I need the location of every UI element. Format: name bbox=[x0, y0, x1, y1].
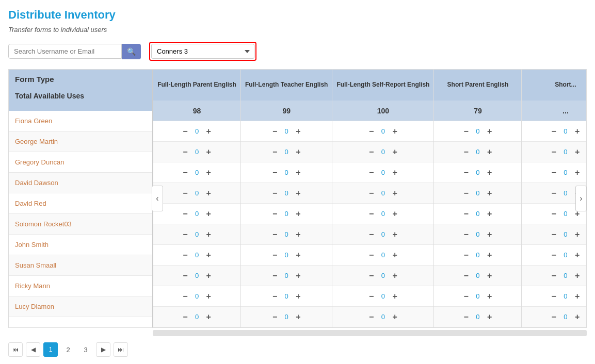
increment-button[interactable]: + bbox=[205, 127, 212, 136]
decrement-button[interactable]: − bbox=[463, 230, 470, 239]
scroll-right-button[interactable]: › bbox=[575, 186, 587, 211]
increment-button[interactable]: + bbox=[205, 148, 212, 156]
increment-button[interactable]: + bbox=[486, 292, 493, 301]
decrement-button[interactable]: − bbox=[271, 272, 278, 280]
increment-button[interactable]: + bbox=[574, 169, 581, 177]
decrement-button[interactable]: − bbox=[551, 292, 557, 301]
decrement-button[interactable]: − bbox=[271, 230, 278, 239]
decrement-button[interactable]: − bbox=[551, 189, 557, 197]
increment-button[interactable]: + bbox=[486, 148, 493, 156]
decrement-button[interactable]: − bbox=[463, 292, 470, 301]
increment-button[interactable]: + bbox=[295, 189, 301, 197]
increment-button[interactable]: + bbox=[205, 313, 212, 321]
increment-button[interactable]: + bbox=[391, 272, 398, 280]
decrement-button[interactable]: − bbox=[463, 127, 470, 136]
increment-button[interactable]: + bbox=[574, 313, 581, 321]
decrement-button[interactable]: − bbox=[551, 313, 557, 321]
decrement-button[interactable]: − bbox=[271, 251, 278, 259]
decrement-button[interactable]: − bbox=[271, 169, 278, 177]
decrement-button[interactable]: − bbox=[182, 230, 188, 239]
increment-button[interactable]: + bbox=[391, 313, 398, 321]
increment-button[interactable]: + bbox=[205, 272, 212, 280]
increment-button[interactable]: + bbox=[391, 148, 398, 156]
increment-button[interactable]: + bbox=[205, 230, 212, 239]
increment-button[interactable]: + bbox=[574, 230, 581, 239]
increment-button[interactable]: + bbox=[574, 251, 581, 259]
decrement-button[interactable]: − bbox=[551, 230, 557, 239]
decrement-button[interactable]: − bbox=[368, 169, 375, 177]
decrement-button[interactable]: − bbox=[271, 210, 278, 218]
decrement-button[interactable]: − bbox=[271, 148, 278, 156]
increment-button[interactable]: + bbox=[486, 210, 493, 218]
decrement-button[interactable]: − bbox=[463, 169, 470, 177]
increment-button[interactable]: + bbox=[205, 189, 212, 197]
decrement-button[interactable]: − bbox=[182, 210, 188, 218]
increment-button[interactable]: + bbox=[295, 210, 301, 218]
decrement-button[interactable]: − bbox=[182, 148, 188, 156]
prev-page-button[interactable]: ◀ bbox=[26, 342, 40, 357]
page-2-button[interactable]: 2 bbox=[61, 342, 75, 357]
scroll-left-button[interactable]: ‹ bbox=[152, 186, 163, 211]
decrement-button[interactable]: − bbox=[551, 169, 557, 177]
page-3-button[interactable]: 3 bbox=[78, 342, 93, 357]
decrement-button[interactable]: − bbox=[182, 313, 188, 321]
decrement-button[interactable]: − bbox=[463, 189, 470, 197]
increment-button[interactable]: + bbox=[391, 127, 398, 136]
decrement-button[interactable]: − bbox=[271, 127, 278, 136]
increment-button[interactable]: + bbox=[486, 251, 493, 259]
decrement-button[interactable]: − bbox=[368, 127, 375, 136]
next-page-button[interactable]: ▶ bbox=[96, 342, 110, 357]
increment-button[interactable]: + bbox=[486, 189, 493, 197]
decrement-button[interactable]: − bbox=[182, 189, 188, 197]
decrement-button[interactable]: − bbox=[463, 210, 470, 218]
increment-button[interactable]: + bbox=[486, 272, 493, 280]
increment-button[interactable]: + bbox=[295, 230, 301, 239]
decrement-button[interactable]: − bbox=[368, 230, 375, 239]
increment-button[interactable]: + bbox=[574, 127, 581, 136]
increment-button[interactable]: + bbox=[486, 313, 493, 321]
increment-button[interactable]: + bbox=[391, 169, 398, 177]
data-columns-wrapper[interactable]: Full-Length Parent English98−0+−0+−0+−0+… bbox=[153, 70, 586, 327]
increment-button[interactable]: + bbox=[205, 210, 212, 218]
increment-button[interactable]: + bbox=[391, 251, 398, 259]
increment-button[interactable]: + bbox=[574, 272, 581, 280]
decrement-button[interactable]: − bbox=[368, 251, 375, 259]
search-button[interactable]: 🔍 bbox=[122, 44, 141, 59]
decrement-button[interactable]: − bbox=[551, 127, 557, 136]
increment-button[interactable]: + bbox=[486, 127, 493, 136]
decrement-button[interactable]: − bbox=[463, 251, 470, 259]
decrement-button[interactable]: − bbox=[182, 272, 188, 280]
decrement-button[interactable]: − bbox=[463, 313, 470, 321]
increment-button[interactable]: + bbox=[205, 292, 212, 301]
increment-button[interactable]: + bbox=[295, 127, 301, 136]
decrement-button[interactable]: − bbox=[368, 210, 375, 218]
decrement-button[interactable]: − bbox=[463, 272, 470, 280]
increment-button[interactable]: + bbox=[486, 169, 493, 177]
increment-button[interactable]: + bbox=[486, 230, 493, 239]
page-1-button[interactable]: 1 bbox=[43, 342, 58, 357]
form-type-dropdown[interactable]: Conners 3 Conners 4 Other Form bbox=[151, 44, 254, 59]
decrement-button[interactable]: − bbox=[551, 272, 557, 280]
increment-button[interactable]: + bbox=[391, 292, 398, 301]
search-input[interactable] bbox=[8, 44, 122, 59]
decrement-button[interactable]: − bbox=[182, 127, 188, 136]
decrement-button[interactable]: − bbox=[368, 313, 375, 321]
increment-button[interactable]: + bbox=[295, 313, 301, 321]
increment-button[interactable]: + bbox=[205, 251, 212, 259]
decrement-button[interactable]: − bbox=[271, 292, 278, 301]
decrement-button[interactable]: − bbox=[368, 292, 375, 301]
decrement-button[interactable]: − bbox=[551, 210, 557, 218]
decrement-button[interactable]: − bbox=[271, 313, 278, 321]
increment-button[interactable]: + bbox=[391, 230, 398, 239]
decrement-button[interactable]: − bbox=[182, 251, 188, 259]
decrement-button[interactable]: − bbox=[551, 148, 557, 156]
decrement-button[interactable]: − bbox=[368, 148, 375, 156]
decrement-button[interactable]: − bbox=[368, 189, 375, 197]
decrement-button[interactable]: − bbox=[551, 251, 557, 259]
increment-button[interactable]: + bbox=[205, 169, 212, 177]
increment-button[interactable]: + bbox=[295, 169, 301, 177]
increment-button[interactable]: + bbox=[295, 292, 301, 301]
increment-button[interactable]: + bbox=[574, 148, 581, 156]
decrement-button[interactable]: − bbox=[368, 272, 375, 280]
decrement-button[interactable]: − bbox=[182, 169, 188, 177]
